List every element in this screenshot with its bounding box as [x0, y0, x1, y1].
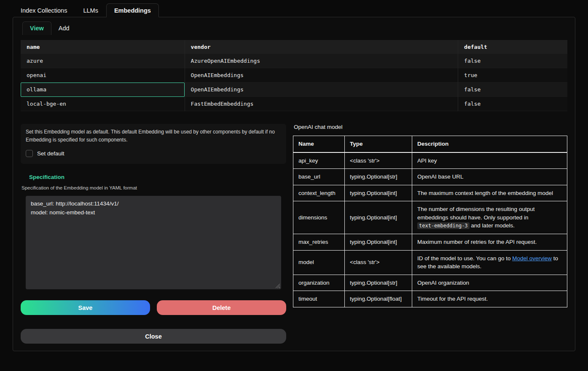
- yaml-editor-wrap: base_url: http://localhost:11434/v1/ mod…: [26, 196, 281, 289]
- model-column-description: Description: [412, 136, 567, 152]
- cell-vendor[interactable]: OpenAIEmbeddings: [185, 83, 458, 97]
- close-button[interactable]: Close: [21, 329, 286, 344]
- model-row-model: model<class 'str'>ID of the model to use…: [293, 250, 567, 275]
- model-row-organization: organizationtyping.Optional[str]OpenAI o…: [293, 275, 567, 291]
- embeddings-table-header-row: namevendordefault: [21, 40, 567, 54]
- embedding-row-ollama[interactable]: ollamaOpenAIEmbeddingsfalse: [21, 83, 567, 97]
- cell-vendor[interactable]: OpenAIEmbeddings: [185, 68, 458, 83]
- cell-vendor[interactable]: FastEmbedEmbeddings: [185, 97, 458, 111]
- sub-tabs: ViewAdd: [22, 21, 575, 35]
- model-cell-type: typing.Optional[str]: [345, 275, 412, 291]
- model-column-type: Type: [345, 136, 412, 152]
- specification-subtext: Specification of the Embedding model in …: [21, 185, 286, 190]
- model-panel-title: OpenAI chat model: [294, 124, 567, 130]
- subtab-view[interactable]: View: [22, 21, 51, 35]
- yaml-editor[interactable]: base_url: http://localhost:11434/v1/ mod…: [26, 196, 281, 289]
- embeddings-table-body: azureAzureOpenAIEmbeddingsfalseopenaiOpe…: [21, 54, 567, 111]
- model-cell-type: <class 'str'>: [345, 250, 412, 275]
- model-cell-name: timeout: [293, 291, 345, 307]
- embedding-row-local-bge-en[interactable]: local-bge-enFastEmbedEmbeddingsfalse: [21, 97, 567, 111]
- default-description: Set this Embedding model as default. Thi…: [26, 128, 281, 144]
- column-header-vendor[interactable]: vendor: [185, 40, 458, 54]
- embeddings-table: namevendordefault azureAzureOpenAIEmbedd…: [21, 40, 567, 111]
- cell-default[interactable]: false: [458, 97, 567, 111]
- set-default-label: Set default: [37, 150, 64, 157]
- model-parameters-table: NameTypeDescription api_key<class 'str'>…: [293, 136, 567, 307]
- action-buttons: Save Delete: [21, 300, 286, 315]
- model-row-max-retries: max_retriestyping.Optional[int]Maximum n…: [293, 234, 567, 250]
- model-cell-type: typing.Optional[str]: [345, 169, 412, 185]
- model-row-timeout: timeouttyping.Optional[float]Timeout for…: [293, 291, 567, 307]
- model-cell-type: typing.Optional[int]: [345, 234, 412, 250]
- cell-vendor[interactable]: AzureOpenAIEmbeddings: [185, 54, 458, 68]
- model-cell-name: context_length: [293, 185, 345, 201]
- save-button[interactable]: Save: [21, 300, 150, 315]
- model-cell-description: Maximum number of retries for the API re…: [412, 234, 567, 250]
- model-cell-name: api_key: [293, 152, 345, 169]
- model-cell-description: The maximum context length of the embedd…: [412, 185, 567, 201]
- embedding-row-azure[interactable]: azureAzureOpenAIEmbeddingsfalse: [21, 54, 567, 68]
- main-panel: ViewAdd namevendordefault azureAzureOpen…: [13, 17, 575, 351]
- model-cell-type: typing.Optional[int]: [345, 201, 412, 234]
- column-header-default[interactable]: default: [458, 40, 567, 54]
- cell-name[interactable]: azure: [21, 54, 185, 68]
- set-default-checkbox[interactable]: [26, 150, 33, 157]
- embedding-row-openai[interactable]: openaiOpenAIEmbeddingstrue: [21, 68, 567, 83]
- model-cell-type: <class 'str'>: [345, 152, 412, 169]
- cell-name[interactable]: local-bge-en: [21, 97, 185, 111]
- detail-section: Set this Embedding model as default. Thi…: [13, 124, 575, 344]
- model-row-dimensions: dimensionstyping.Optional[int]The number…: [293, 201, 567, 234]
- tab-index-collections[interactable]: Index Collections: [13, 3, 75, 17]
- model-cell-name: model: [293, 250, 345, 275]
- cell-name[interactable]: ollama: [21, 83, 185, 97]
- tab-embeddings[interactable]: Embeddings: [106, 3, 159, 17]
- subtab-add[interactable]: Add: [51, 22, 77, 35]
- embedding-detail-panel: Set this Embedding model as default. Thi…: [21, 124, 286, 344]
- model-cell-name: max_retries: [293, 234, 345, 250]
- tab-llms[interactable]: LLMs: [75, 3, 106, 17]
- model-row-context-length: context_lengthtyping.Optional[int]The ma…: [293, 185, 567, 201]
- model-cell-name: organization: [293, 275, 345, 291]
- delete-button[interactable]: Delete: [157, 300, 286, 315]
- model-cell-type: typing.Optional[int]: [345, 185, 412, 201]
- model-cell-description: OpenAI base URL: [412, 169, 567, 185]
- model-cell-name: base_url: [293, 169, 345, 185]
- model-info-panel: OpenAI chat model NameTypeDescription ap…: [293, 124, 567, 344]
- model-cell-description: OpenAI organization: [412, 275, 567, 291]
- default-setting-card: Set this Embedding model as default. Thi…: [21, 124, 286, 164]
- model-cell-description: API key: [412, 152, 567, 169]
- model-row-base-url: base_urltyping.Optional[str]OpenAI base …: [293, 169, 567, 185]
- cell-default[interactable]: false: [458, 54, 567, 68]
- top-tabs: Index CollectionsLLMsEmbeddings: [13, 3, 575, 17]
- column-header-name[interactable]: name: [21, 40, 185, 54]
- model-column-name: Name: [293, 136, 345, 152]
- cell-default[interactable]: false: [458, 83, 567, 97]
- model-table-header-row: NameTypeDescription: [293, 136, 567, 152]
- model-cell-name: dimensions: [293, 201, 345, 234]
- cell-default[interactable]: true: [458, 68, 567, 83]
- set-default-row: Set default: [26, 150, 281, 157]
- model-cell-description: ID of the model to use. You can go to Mo…: [412, 250, 567, 275]
- model-table-body: api_key<class 'str'>API keybase_urltypin…: [293, 152, 567, 307]
- specification-heading: Specification: [29, 174, 286, 180]
- model-row-api-key: api_key<class 'str'>API key: [293, 152, 567, 169]
- model-cell-description: Timeout for the API request.: [412, 291, 567, 307]
- model-overview-link[interactable]: Model overview: [512, 255, 552, 262]
- model-cell-type: typing.Optional[float]: [345, 291, 412, 307]
- cell-name[interactable]: openai: [21, 68, 185, 83]
- model-cell-description: The number of dimensions the resulting o…: [412, 201, 567, 234]
- page: Index CollectionsLLMsEmbeddings ViewAdd …: [0, 0, 588, 351]
- inline-code: text-embedding-3: [417, 222, 470, 229]
